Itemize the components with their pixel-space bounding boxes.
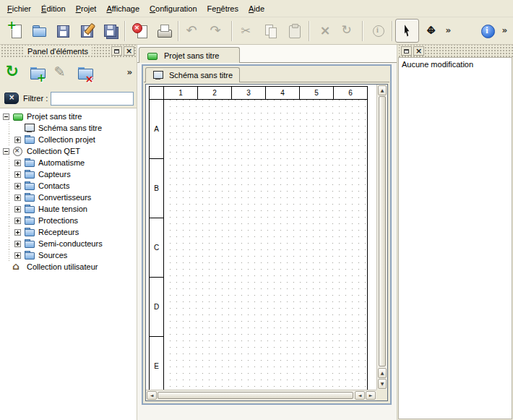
horizontal-scrollbar[interactable] (146, 390, 376, 400)
scroll-left-button[interactable] (147, 391, 157, 400)
help-overflow-chevron[interactable] (499, 19, 510, 43)
edit-element-button[interactable] (49, 61, 73, 85)
move-mode-button[interactable] (419, 19, 443, 43)
reload-collections-button[interactable] (1, 61, 25, 85)
select-mode-button[interactable] (395, 19, 419, 43)
new-project-button[interactable] (3, 19, 27, 43)
diagram-canvas[interactable]: 123456 ABCDE (146, 85, 376, 390)
copy-button[interactable] (259, 19, 283, 43)
scroll-up-button-2[interactable] (378, 368, 387, 378)
menu-aide[interactable]: Aide (243, 1, 270, 16)
tree-item-recepteurs[interactable]: Récepteurs (0, 226, 137, 238)
tree-item-capteurs[interactable]: Capteurs (0, 168, 137, 180)
save-all-button[interactable] (98, 19, 122, 43)
tree-item-schema-sans-titre[interactable]: Schéma sans titre (0, 122, 137, 134)
tree-item-icon (24, 192, 35, 202)
tree-item-projet-sans-titre[interactable]: Projet sans titre (0, 111, 137, 122)
tree-item-semi-conducteurs[interactable]: Semi-conducteurs (0, 238, 137, 249)
float-panel-button[interactable] (111, 46, 122, 56)
toolbar-overflow-chevron[interactable] (443, 19, 454, 43)
diagram-info-button[interactable] (366, 19, 389, 43)
tree-item-collection-projet[interactable]: Collection projet (0, 134, 137, 145)
tree-expander[interactable] (14, 229, 21, 236)
paste-button[interactable] (283, 19, 306, 43)
menu-edition[interactable]: Édition (36, 1, 71, 16)
menu-projet[interactable]: Projet (71, 1, 102, 16)
print-button[interactable] (152, 19, 176, 43)
undo-button[interactable] (181, 19, 205, 43)
tree-item-automatisme[interactable]: Automatisme (0, 157, 137, 168)
new-element-button[interactable] (25, 61, 49, 85)
tree-item-contacts[interactable]: Contacts (0, 180, 137, 192)
close-panel-button[interactable] (124, 46, 134, 56)
menu-configuration[interactable]: Configuration (145, 1, 202, 16)
float-undo-panel-button[interactable] (401, 46, 412, 56)
vertical-scrollbar[interactable] (376, 85, 387, 390)
tree-expander[interactable] (14, 137, 21, 143)
menu-fenetres[interactable]: Fenêtres (202, 1, 243, 16)
tree-expander[interactable] (14, 183, 21, 189)
elements-toolbar-icon (77, 64, 94, 82)
horizontal-scroll-thumb[interactable] (158, 392, 353, 399)
column-headers: 123456 (163, 86, 368, 100)
scroll-left-button-2[interactable] (355, 391, 365, 400)
cut-button[interactable] (235, 19, 259, 43)
row-headers: ABCDE (149, 99, 164, 390)
tree-item-haute-tension[interactable]: Haute tension (0, 203, 137, 215)
undo-panel-titlebar[interactable]: Annulations (397, 45, 513, 57)
open-project-button[interactable] (27, 19, 51, 43)
toolbar-icon (369, 22, 387, 40)
tree-expander[interactable] (14, 252, 21, 259)
tab-schema-sans-titre[interactable]: Schéma sans titre (145, 67, 240, 82)
tree-expander[interactable] (14, 194, 21, 201)
project-icon (147, 51, 158, 61)
menu-affichage[interactable]: Affichage (101, 1, 145, 16)
delete-element-button[interactable] (73, 61, 97, 85)
tree-item-collection-qet[interactable]: Collection QET (0, 145, 137, 157)
scroll-up-button[interactable] (378, 85, 387, 95)
undo-list: Aucune modification (398, 57, 512, 419)
tree-expander[interactable] (14, 218, 21, 224)
redo-button[interactable] (205, 19, 229, 43)
tree-item-label: Convertisseurs (38, 193, 91, 202)
menu-fichier[interactable]: Fichier (2, 1, 36, 16)
diagram-grid[interactable] (163, 99, 368, 390)
undo-list-item[interactable]: Aucune modification (399, 58, 512, 71)
toolbar-icon (500, 22, 510, 40)
tree-expander[interactable] (3, 113, 9, 120)
save-as-button[interactable] (74, 19, 98, 43)
tab-projet-sans-titre[interactable]: Projet sans titre (139, 47, 240, 63)
tree-item-convertisseurs[interactable]: Convertisseurs (0, 192, 137, 203)
undo-panel-buttons (400, 46, 424, 56)
about-qet-button[interactable] (475, 19, 499, 43)
tree-expander[interactable] (3, 148, 9, 155)
tree-item-sources[interactable]: Sources (0, 249, 137, 261)
tree-item-protections[interactable]: Protections (0, 215, 137, 226)
tree-item-collection-utilisateur[interactable]: Collection utilisateur (0, 261, 137, 273)
toolbar-icon (444, 22, 454, 40)
elements-panel-titlebar[interactable]: Panel d'éléments (0, 45, 137, 57)
scroll-right-button[interactable] (366, 391, 376, 400)
row-header: D (149, 277, 164, 337)
toolbar-icon (262, 22, 280, 40)
toolbar-icon (399, 22, 416, 40)
vertical-scroll-thumb[interactable] (379, 96, 386, 367)
toolbar-icon (132, 22, 149, 40)
scroll-down-button[interactable] (378, 379, 387, 389)
tree-expander[interactable] (14, 160, 21, 166)
save-button[interactable] (51, 19, 74, 43)
rotate-button[interactable] (336, 19, 360, 43)
tree-expander[interactable] (14, 171, 21, 178)
clear-filter-button[interactable] (3, 90, 20, 107)
elements-overflow-chevron[interactable] (124, 61, 135, 85)
toolbar-separator (392, 21, 393, 41)
delete-button[interactable] (312, 19, 336, 43)
tree-expander[interactable] (14, 241, 21, 247)
tree-item-icon (24, 134, 35, 145)
column-header: 5 (299, 86, 334, 100)
tree-item-icon (24, 204, 35, 214)
close-undo-panel-button[interactable] (413, 46, 424, 56)
close-project-button[interactable] (128, 19, 152, 43)
filter-input[interactable] (51, 92, 134, 106)
tree-expander[interactable] (14, 206, 21, 213)
